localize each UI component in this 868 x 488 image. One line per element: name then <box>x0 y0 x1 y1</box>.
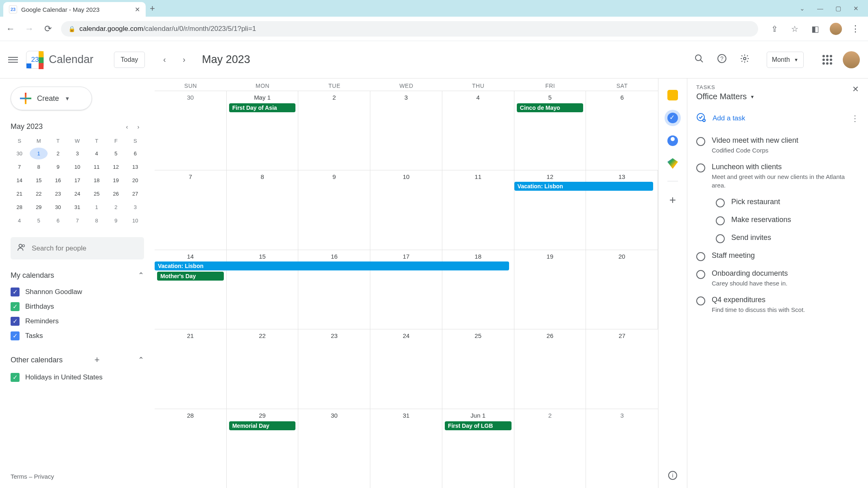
mini-day[interactable]: 30 <box>49 201 67 213</box>
day-cell[interactable]: 8 <box>227 170 299 249</box>
people-search-input[interactable] <box>32 244 138 253</box>
mini-day[interactable]: 5 <box>107 148 125 159</box>
checkbox[interactable]: ✓ <box>11 288 20 296</box>
day-cell[interactable]: 19 <box>514 250 586 329</box>
mini-day[interactable]: 2 <box>107 201 125 213</box>
profile-avatar[interactable] <box>830 23 842 35</box>
mini-day[interactable]: 1 <box>30 148 47 159</box>
day-cell[interactable]: 30 <box>155 91 227 170</box>
mini-day[interactable]: 8 <box>30 161 47 173</box>
help-icon[interactable]: ? <box>713 54 731 66</box>
today-button[interactable]: Today <box>114 52 145 68</box>
mini-day[interactable]: 24 <box>68 188 86 200</box>
task-checkbox[interactable] <box>716 216 725 225</box>
day-cell[interactable]: 26 <box>514 329 586 408</box>
maps-icon[interactable] <box>667 158 678 169</box>
mini-day[interactable]: 22 <box>30 188 47 200</box>
privacy-link[interactable]: Privacy <box>34 473 54 480</box>
minimize-icon[interactable]: — <box>817 5 823 12</box>
event[interactable]: First Day of Asia <box>229 103 296 112</box>
keep-icon[interactable] <box>667 90 678 100</box>
calendar-item[interactable]: ✓Shannon Goodlaw <box>11 285 144 299</box>
maximize-icon[interactable]: ▢ <box>835 5 841 12</box>
calendar-item[interactable]: ✓Reminders <box>11 314 144 329</box>
day-cell[interactable]: 5Cinco de Mayo <box>514 91 586 170</box>
day-cell[interactable]: 2 <box>514 409 586 488</box>
day-cell[interactable]: 3 <box>586 409 658 488</box>
day-cell[interactable]: 24 <box>370 329 442 408</box>
task-menu-icon[interactable]: ⋮ <box>851 113 859 123</box>
day-cell[interactable]: 9 <box>298 170 370 249</box>
mini-day[interactable]: 12 <box>107 161 125 173</box>
reload-icon[interactable]: ⟳ <box>42 24 54 34</box>
day-cell[interactable]: 25 <box>442 329 514 408</box>
day-cell[interactable]: 21 <box>155 329 227 408</box>
mini-day[interactable]: 7 <box>68 215 86 227</box>
task-checkbox[interactable] <box>696 137 705 146</box>
calendar-item[interactable]: ✓Birthdays <box>11 299 144 314</box>
google-apps-icon[interactable] <box>822 55 832 65</box>
my-calendars-header[interactable]: My calendars ⌃ <box>11 271 144 280</box>
mini-day[interactable]: 27 <box>127 188 144 200</box>
subtask-item[interactable]: Send invites <box>696 229 859 247</box>
task-checkbox[interactable] <box>696 270 705 279</box>
task-item[interactable]: Luncheon with clientsMeet and greet with… <box>696 159 859 194</box>
sidepanel-icon[interactable]: ◧ <box>809 24 821 34</box>
browser-tab[interactable]: 23 Google Calendar - May 2023 ✕ <box>3 2 146 17</box>
day-cell[interactable]: 20 <box>586 250 658 329</box>
event[interactable]: Cinco de Mayo <box>517 103 584 112</box>
checkbox[interactable]: ✓ <box>11 373 20 382</box>
mini-day[interactable]: 8 <box>88 215 105 227</box>
back-icon[interactable]: ← <box>5 24 16 34</box>
mini-day[interactable]: 1 <box>88 201 105 213</box>
mini-day[interactable]: 6 <box>49 215 67 227</box>
add-calendar-icon[interactable]: + <box>94 355 100 365</box>
day-cell[interactable]: 7 <box>155 170 227 249</box>
day-cell[interactable]: 6 <box>586 91 658 170</box>
add-task-button[interactable]: Add a task <box>713 114 844 122</box>
checkbox[interactable]: ✓ <box>11 302 20 311</box>
event[interactable]: First Day of LGB <box>445 421 512 430</box>
day-cell[interactable]: Jun 1First Day of LGB <box>442 409 514 488</box>
share-icon[interactable]: ⇪ <box>769 24 780 34</box>
mini-day[interactable]: 7 <box>11 161 28 173</box>
mini-day[interactable]: 3 <box>68 148 86 159</box>
day-cell[interactable]: 29Memorial Day <box>227 409 299 488</box>
subtask-item[interactable]: Pick restaurant <box>696 194 859 211</box>
prev-month-icon[interactable]: ‹ <box>157 55 172 64</box>
terms-link[interactable]: Terms <box>11 473 27 480</box>
mini-day[interactable]: 16 <box>49 174 67 186</box>
day-cell[interactable]: 4 <box>442 91 514 170</box>
task-checkbox[interactable] <box>696 296 705 305</box>
checkbox[interactable]: ✓ <box>11 331 20 340</box>
mini-day[interactable]: 4 <box>11 215 28 227</box>
main-menu-icon[interactable] <box>8 57 18 63</box>
add-addon-icon[interactable]: + <box>669 194 676 207</box>
url-input[interactable]: 🔒 calendar.google.com/calendar/u/0/r/mon… <box>61 21 758 37</box>
mini-day[interactable]: 31 <box>68 201 86 213</box>
mini-day[interactable]: 21 <box>11 188 28 200</box>
task-item[interactable]: Staff meeting <box>696 247 859 265</box>
mini-prev-icon[interactable]: ‹ <box>121 123 133 130</box>
mini-day[interactable]: 29 <box>30 201 47 213</box>
tasks-list-selector[interactable]: Office Matters ▼ <box>696 92 852 101</box>
task-checkbox[interactable] <box>696 163 705 172</box>
event-span[interactable]: Vacation: Lisbon <box>514 182 653 191</box>
mini-day[interactable]: 9 <box>49 161 67 173</box>
create-button[interactable]: Create ▼ <box>11 87 92 110</box>
close-icon[interactable]: ✕ <box>135 6 140 13</box>
task-item[interactable]: Video meet with new clientCodified Code … <box>696 132 859 159</box>
day-cell[interactable]: 11 <box>442 170 514 249</box>
event-span[interactable]: Vacation: Lisbon <box>155 261 509 270</box>
mini-next-icon[interactable]: › <box>133 123 144 130</box>
mini-day[interactable]: 18 <box>88 174 105 186</box>
mini-day[interactable]: 15 <box>30 174 47 186</box>
mini-day[interactable]: 3 <box>127 201 144 213</box>
mini-day[interactable]: 25 <box>88 188 105 200</box>
event[interactable]: Mother's Day <box>157 272 224 281</box>
event[interactable]: Memorial Day <box>229 421 296 430</box>
day-cell[interactable]: 10 <box>370 170 442 249</box>
browser-menu-icon[interactable]: ⋮ <box>851 24 860 34</box>
mini-day[interactable]: 30 <box>11 148 28 159</box>
day-cell[interactable]: May 1First Day of Asia <box>227 91 299 170</box>
